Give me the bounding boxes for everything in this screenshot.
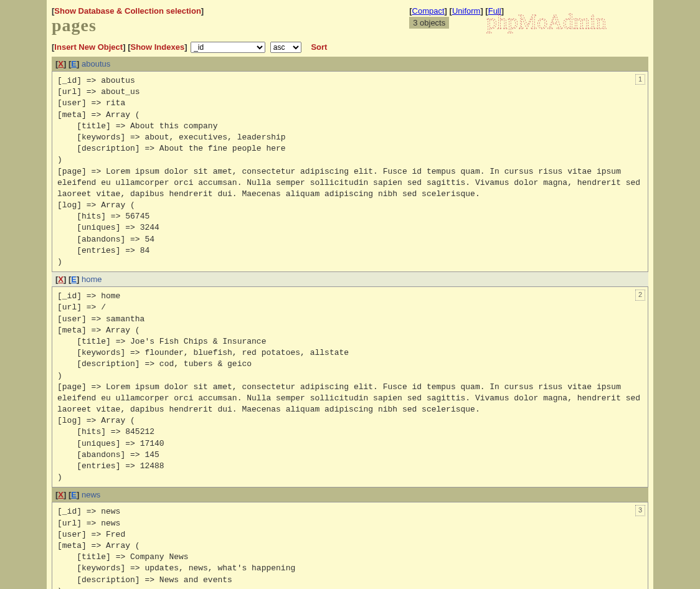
delete-link[interactable]: X — [58, 490, 64, 499]
document: [X] [E] aboutus[_id] => aboutus [url] =>… — [52, 57, 648, 272]
delete-link[interactable]: X — [58, 59, 64, 68]
edit-link[interactable]: E — [71, 275, 77, 284]
sort-direction-select[interactable]: asc — [270, 42, 301, 53]
document-id: home — [82, 275, 102, 284]
document-body: [_id] => home [url] => / [user] => saman… — [52, 286, 648, 488]
document-header: [X] [E] aboutus — [52, 57, 648, 71]
document-id: aboutus — [82, 59, 110, 68]
edit-link[interactable]: E — [71, 490, 77, 499]
document-index: 3 — [635, 505, 645, 516]
controls-row: [Insert New Object] [Show Indexes] _id a… — [47, 40, 653, 57]
view-uniform-link[interactable]: Uniform — [452, 6, 481, 16]
document-body: [_id] => aboutus [url] => about_us [user… — [52, 71, 648, 272]
sort-field-select[interactable]: _id — [191, 42, 265, 53]
main-container: [Show Database & Collection selection] p… — [47, 0, 653, 589]
show-indexes-link[interactable]: Show Indexes — [130, 42, 184, 52]
logo: phpMoAdmin — [486, 4, 648, 40]
delete-link[interactable]: X — [58, 275, 64, 284]
object-count: 3 objects — [409, 17, 449, 29]
document-id: news — [82, 490, 100, 499]
document-index: 2 — [635, 290, 645, 300]
header: [Show Database & Collection selection] p… — [47, 0, 653, 40]
view-compact-link[interactable]: Compact — [412, 6, 445, 16]
edit-link[interactable]: E — [71, 59, 77, 68]
document-header: [X] [E] news — [52, 488, 648, 502]
document-header: [X] [E] home — [52, 272, 648, 286]
document: [X] [E] home[_id] => home [url] => / [us… — [52, 272, 648, 488]
document-index: 1 — [635, 74, 645, 85]
sort-label[interactable]: Sort — [311, 42, 327, 52]
document: [X] [E] news[_id] => news [url] => news … — [52, 488, 648, 589]
show-db-link[interactable]: Show Database & Collection selection — [54, 6, 201, 16]
document-body: [_id] => news [url] => news [user] => Fr… — [52, 502, 648, 589]
logo-text: phpMoAdmin — [486, 10, 607, 33]
insert-new-object-link[interactable]: Insert New Object — [54, 42, 123, 52]
